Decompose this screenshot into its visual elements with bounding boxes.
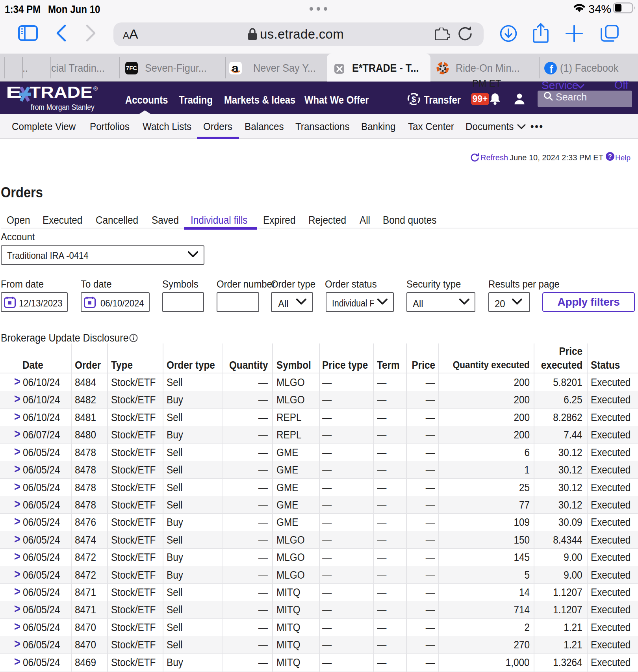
svg-text:f: f <box>550 63 554 74</box>
svg-text:$: $ <box>412 95 416 104</box>
svg-text:TRADE: TRADE <box>30 86 93 100</box>
svg-text:?: ? <box>608 153 612 160</box>
